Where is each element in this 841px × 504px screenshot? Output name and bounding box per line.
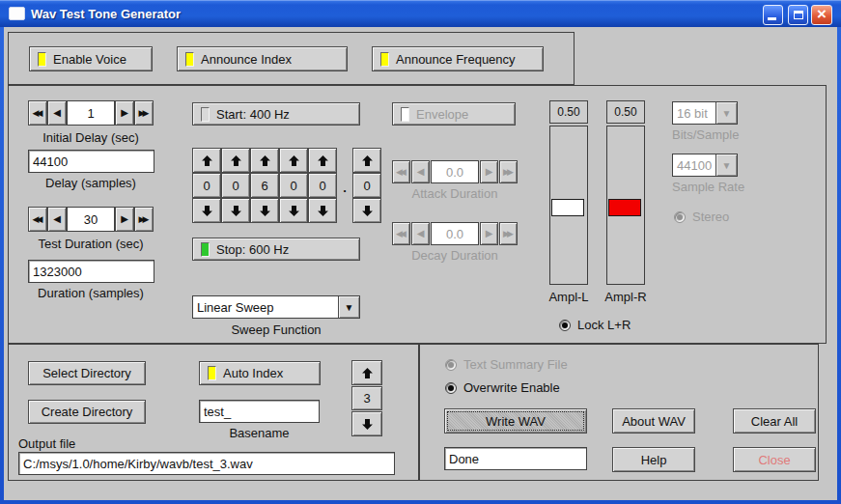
decay-decrement-button[interactable]: ◀	[411, 222, 430, 245]
arrow-up-icon	[317, 154, 329, 167]
test-duration-value[interactable]: 30	[67, 207, 115, 232]
decimal-point: .	[337, 173, 352, 198]
stereo-radio[interactable]: Stereo	[674, 210, 729, 224]
radio-selected-icon	[445, 359, 457, 371]
maximize-button[interactable]	[788, 5, 808, 25]
basename-input[interactable]	[199, 400, 320, 423]
digit-1-down-button[interactable]	[192, 198, 221, 223]
left-arrow-icon: ◀	[417, 229, 425, 238]
auto-index-button[interactable]: Auto Index	[199, 361, 321, 385]
attack-step-back-button[interactable]: ◀◀	[392, 160, 410, 183]
index-up-button[interactable]	[351, 360, 382, 385]
left-arrow-icon: ◀	[417, 167, 425, 177]
overwrite-enable-radio[interactable]: Overwrite Enable	[445, 380, 560, 395]
attack-step-forward-button[interactable]: ▶▶	[499, 160, 518, 183]
status-input[interactable]	[444, 447, 587, 470]
initial-delay-decrement-button[interactable]: ◀	[47, 100, 67, 126]
decay-duration-value: 0.0	[431, 222, 479, 245]
fraction-digit-value: 0	[352, 173, 381, 198]
announce-index-button[interactable]: Announce Index	[177, 46, 348, 71]
left-arrow-icon: ◀	[53, 108, 61, 118]
stereo-label: Stereo	[692, 210, 729, 224]
envelope-indicator-icon	[401, 107, 409, 122]
stop-frequency-button[interactable]: Stop: 600 Hz	[192, 238, 360, 261]
create-directory-button[interactable]: Create Directory	[28, 400, 146, 424]
ampl-r-slider[interactable]	[606, 126, 645, 285]
digit-4-down-button[interactable]	[279, 198, 308, 223]
announce-frequency-indicator-icon	[380, 52, 389, 67]
ampl-l-slider[interactable]	[549, 126, 588, 285]
decay-step-forward-button[interactable]: ▶▶	[499, 222, 518, 245]
test-duration-step-back-button[interactable]: ◀◀	[28, 207, 47, 232]
text-summary-radio[interactable]: Text Summary File	[445, 357, 568, 372]
close-window-button[interactable]: ×	[811, 5, 832, 25]
forward-icon: ▶▶	[139, 109, 147, 118]
titlebar[interactable]: Wav Test Tone Generator ×	[0, 0, 841, 27]
close-app-button[interactable]: Close	[733, 447, 816, 472]
minimize-button[interactable]	[763, 5, 783, 25]
sample-rate-dropdown[interactable]: 44100 ▼	[672, 154, 738, 177]
index-down-button[interactable]	[351, 411, 382, 436]
sweep-function-dropdown[interactable]: Linear Sweep ▼	[192, 295, 360, 319]
duration-samples-input[interactable]	[28, 260, 154, 283]
arrow-up-icon	[361, 154, 374, 167]
envelope-button[interactable]: Envelope	[392, 102, 516, 126]
actions-frame: Text Summary File Overwrite Enable Write…	[419, 344, 819, 481]
output-file-input[interactable]	[18, 452, 395, 475]
about-wav-button[interactable]: About WAV	[612, 408, 695, 434]
enable-voice-button[interactable]: Enable Voice	[29, 46, 153, 71]
arrow-down-icon	[361, 418, 374, 431]
fraction-digit-down-button[interactable]	[352, 198, 381, 223]
basename-label: Basename	[199, 426, 320, 440]
select-directory-button[interactable]: Select Directory	[28, 361, 146, 385]
test-duration-increment-button[interactable]: ▶	[115, 207, 134, 232]
digit-4-up-button[interactable]	[279, 148, 308, 173]
digit-1-up-button[interactable]	[192, 148, 221, 173]
test-duration-decrement-button[interactable]: ◀	[47, 207, 67, 232]
sample-rate-value: 44100	[673, 154, 715, 176]
digit-3-up-button[interactable]	[250, 148, 279, 173]
digit-2-up-button[interactable]	[221, 148, 250, 173]
arrow-down-icon	[317, 205, 329, 217]
dropdown-arrow-icon: ▼	[715, 102, 737, 124]
decay-increment-button[interactable]: ▶	[480, 222, 498, 245]
envelope-label: Envelope	[416, 107, 468, 122]
initial-delay-step-forward-button[interactable]: ▶▶	[134, 100, 154, 126]
sweep-function-value: Linear Sweep	[193, 296, 338, 318]
window-title: Wav Test Tone Generator	[31, 7, 181, 21]
forward-icon: ▶▶	[503, 168, 511, 177]
digit-2-down-button[interactable]	[221, 198, 250, 223]
overwrite-enable-label: Overwrite Enable	[463, 380, 560, 395]
lock-lr-label: Lock L+R	[577, 318, 631, 332]
right-arrow-icon: ▶	[121, 108, 128, 118]
clear-all-button[interactable]: Clear All	[733, 408, 816, 434]
bits-per-sample-dropdown[interactable]: 16 bit ▼	[672, 101, 738, 125]
digit-3-down-button[interactable]	[250, 198, 279, 223]
initial-delay-value[interactable]: 1	[67, 100, 115, 126]
output-frame: Select Directory Create Directory Auto I…	[8, 344, 419, 481]
right-arrow-icon: ▶	[486, 229, 493, 238]
digit-5-down-button[interactable]	[308, 198, 337, 223]
write-wav-button[interactable]: Write WAV	[444, 408, 587, 434]
help-button[interactable]: Help	[612, 447, 695, 472]
digit-5-up-button[interactable]	[308, 148, 337, 173]
decay-step-back-button[interactable]: ◀◀	[392, 222, 410, 245]
dropdown-arrow-icon: ▼	[715, 154, 737, 176]
announce-frequency-button[interactable]: Announce Frequency	[372, 46, 544, 71]
attack-duration-value: 0.0	[431, 160, 479, 183]
ampl-l-slider-handle[interactable]	[551, 199, 584, 216]
fraction-digit-up-button[interactable]	[352, 148, 381, 173]
test-duration-step-forward-button[interactable]: ▶▶	[134, 207, 154, 232]
lock-lr-radio[interactable]: Lock L+R	[559, 318, 631, 332]
close-icon: ×	[817, 6, 827, 22]
start-frequency-button[interactable]: Start: 400 Hz	[192, 102, 360, 126]
delay-samples-input[interactable]	[28, 150, 154, 173]
initial-delay-increment-button[interactable]: ▶	[115, 100, 134, 126]
attack-increment-button[interactable]: ▶	[480, 160, 498, 183]
arrow-up-icon	[230, 154, 242, 167]
digit-4-value: 0	[279, 173, 308, 198]
initial-delay-step-back-button[interactable]: ◀◀	[28, 100, 47, 126]
attack-decrement-button[interactable]: ◀	[411, 160, 430, 183]
sample-rate-label: Sample Rate	[672, 180, 759, 194]
ampl-r-slider-handle[interactable]	[608, 199, 641, 216]
